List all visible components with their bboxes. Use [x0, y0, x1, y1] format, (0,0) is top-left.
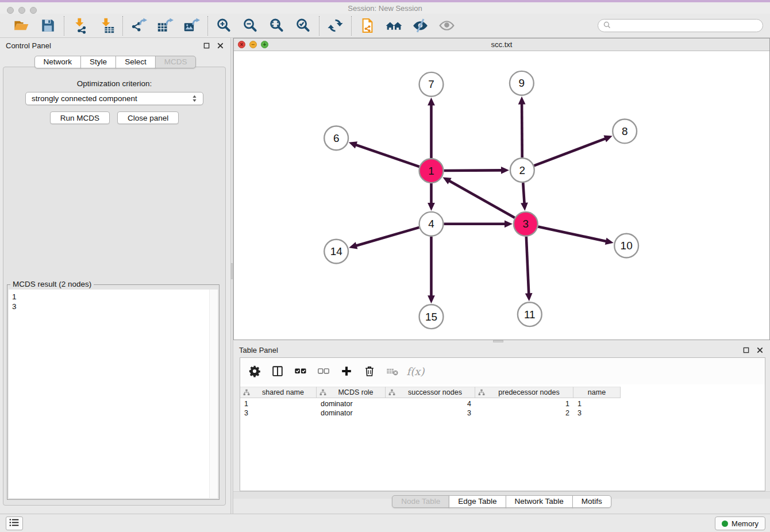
new-network-from-selection-icon[interactable]	[359, 17, 376, 34]
mcds-result-legend: MCDS result (2 nodes)	[10, 280, 94, 288]
cell-shared-name: 1	[240, 399, 317, 408]
column-header-label: MCDS role	[326, 388, 385, 396]
welcome-screen-icon[interactable]	[386, 17, 402, 34]
column-tree-icon	[388, 389, 395, 396]
graph-node-label-1: 1	[428, 165, 434, 177]
result-scrollbar[interactable]	[209, 290, 218, 498]
tab-network-table[interactable]: Network Table	[506, 495, 573, 508]
search-box[interactable]	[598, 19, 763, 32]
edge-2-3[interactable]	[523, 183, 524, 204]
network-maximize-button[interactable]: +	[261, 41, 268, 48]
toolbar-group	[208, 17, 319, 34]
toolbar-group	[352, 17, 463, 34]
table-panel: Table Panel f(x) shared nameMCDS rolesuc…	[233, 342, 770, 514]
app-traffic-lights	[7, 7, 37, 14]
graph-node-label-7: 7	[428, 78, 434, 90]
graph-node-label-9: 9	[519, 77, 525, 89]
save-session-icon[interactable]	[40, 17, 56, 34]
network-minimize-button[interactable]: −	[249, 41, 257, 48]
table-row[interactable]: 1dominator411	[240, 399, 621, 408]
close-window-button[interactable]	[7, 7, 14, 14]
search-input[interactable]	[614, 21, 758, 30]
zoom-window-button[interactable]	[30, 7, 37, 14]
column-header-successor-nodes[interactable]: successor nodes	[386, 387, 475, 398]
graph-node-label-10: 10	[621, 240, 633, 252]
table-settings-icon[interactable]	[248, 365, 261, 377]
edge-2-8[interactable]	[534, 138, 606, 166]
edge-arrow-1-7	[428, 98, 435, 106]
select-all-icon[interactable]	[294, 365, 307, 377]
edge-2-9[interactable]	[522, 103, 522, 158]
network-window-traffic-lights: × − +	[238, 41, 268, 48]
deselect-all-icon[interactable]	[317, 365, 330, 377]
table-row[interactable]: 3dominator323	[240, 408, 621, 418]
column-header-name[interactable]: name	[573, 387, 621, 398]
control-panel: Control Panel NetworkStyleSelectMCDS Opt…	[0, 38, 230, 514]
tab-style[interactable]: Style	[80, 56, 116, 68]
delete-row-icon[interactable]	[363, 365, 376, 377]
toggle-columns-icon[interactable]	[271, 365, 284, 377]
vertical-splitter-grip[interactable]	[231, 263, 233, 279]
export-image-icon[interactable]	[183, 17, 200, 34]
toolbar-group	[64, 17, 122, 34]
zoom-selected-icon[interactable]	[295, 17, 311, 34]
edge-4-14[interactable]	[356, 228, 419, 246]
mcds-result-line: 1	[12, 292, 205, 302]
close-table-panel-icon[interactable]	[756, 346, 764, 354]
tab-edge-table[interactable]: Edge Table	[449, 495, 506, 508]
mcds-result-box: MCDS result (2 nodes) 13	[7, 284, 220, 500]
column-header-shared-name[interactable]: shared name	[240, 387, 317, 398]
table-body: 1dominator4113dominator323	[240, 399, 621, 418]
criterion-selected-value: strongly connected component	[32, 94, 137, 103]
zoom-in-icon[interactable]	[215, 17, 232, 34]
tab-mcds[interactable]: MCDS	[155, 56, 197, 68]
edge-1-6[interactable]	[355, 145, 419, 167]
column-header-MCDS-role[interactable]: MCDS role	[317, 387, 386, 398]
network-graph: 7968124314101511	[234, 51, 769, 340]
edge-arrow-2-8	[603, 136, 612, 142]
memory-button[interactable]: Memory	[715, 516, 765, 530]
tab-node-table[interactable]: Node Table	[392, 495, 449, 508]
edge-3-10[interactable]	[538, 226, 607, 241]
add-row-icon[interactable]	[340, 365, 353, 377]
graphics-details-icon[interactable]	[412, 17, 429, 34]
network-close-button[interactable]: ×	[238, 41, 245, 48]
birds-eye-view-icon	[438, 17, 455, 34]
run-mcds-button[interactable]: Run MCDS	[50, 111, 110, 124]
mcds-result-line: 3	[12, 302, 205, 311]
float-table-panel-icon[interactable]	[742, 346, 750, 354]
float-panel-icon[interactable]	[202, 41, 211, 50]
column-tree-icon	[243, 389, 250, 396]
task-history-button[interactable]	[6, 516, 23, 530]
tab-motifs[interactable]: Motifs	[572, 495, 611, 508]
column-header-predecessor-nodes[interactable]: predecessor nodes	[475, 387, 573, 398]
edge-arrow-2-9	[518, 97, 526, 105]
close-panel-button[interactable]: Close panel	[117, 111, 179, 124]
edge-1-2[interactable]	[444, 170, 502, 171]
list-icon	[9, 518, 20, 529]
network-canvas[interactable]: 7968124314101511	[234, 51, 769, 340]
table-column-headers: shared nameMCDS rolesuccessor nodesprede…	[240, 387, 621, 398]
open-session-icon[interactable]	[13, 17, 30, 34]
apply-layout-icon[interactable]	[327, 17, 344, 34]
window-title: Session: New Session	[348, 4, 422, 13]
zoom-out-icon[interactable]	[242, 17, 259, 34]
delete-table-icon	[386, 365, 399, 377]
export-table-icon[interactable]	[157, 17, 174, 34]
edge-3-1[interactable]	[449, 180, 515, 218]
tab-select[interactable]: Select	[116, 56, 156, 68]
table-tabs: Node TableEdge TableNetwork TableMotifs	[233, 495, 770, 508]
zoom-fit-icon[interactable]	[268, 17, 285, 34]
export-network-icon[interactable]	[130, 17, 147, 34]
edge-3-11[interactable]	[526, 237, 529, 295]
criterion-select[interactable]: strongly connected component	[25, 92, 203, 105]
cell-successor-nodes: 4	[386, 399, 475, 408]
minimize-window-button[interactable]	[18, 7, 25, 14]
control-panel-title: Control Panel	[6, 41, 51, 50]
import-table-icon[interactable]	[98, 17, 115, 34]
import-network-icon[interactable]	[72, 17, 88, 34]
right-area: × − + scc.txt 7968124314101511 Table Pan…	[233, 38, 770, 514]
tab-network[interactable]: Network	[34, 56, 82, 68]
close-panel-icon[interactable]	[216, 41, 225, 50]
table-toolbar: f(x)	[240, 358, 765, 384]
